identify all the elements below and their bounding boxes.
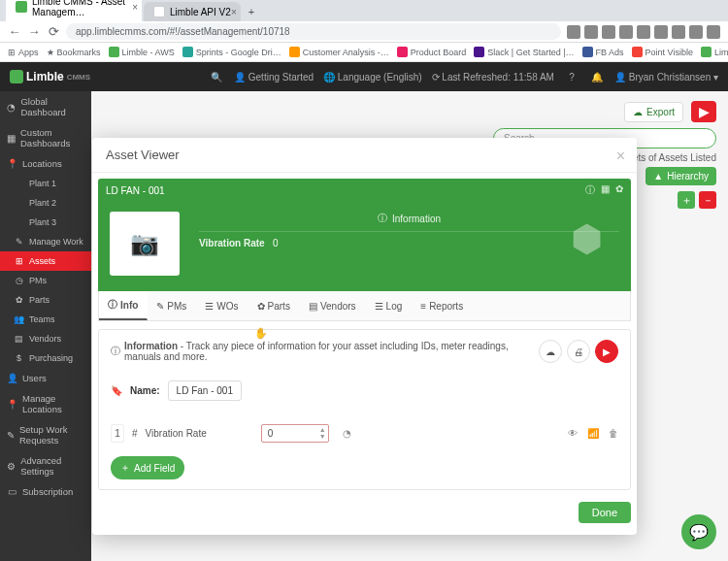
- ext-icon[interactable]: [654, 25, 668, 39]
- sidebar-item-plant-2[interactable]: Plant 2: [0, 193, 91, 213]
- download-icon[interactable]: ☁: [539, 340, 562, 363]
- bell-icon[interactable]: 🔔: [589, 72, 605, 82]
- sidebar-item-purchasing[interactable]: $Purchasing: [0, 348, 91, 368]
- tab-vendors[interactable]: ▤Vendors: [300, 291, 366, 320]
- name-label: Name:: [130, 385, 160, 396]
- sidebar-item-users[interactable]: 👤Users: [0, 368, 91, 388]
- back-icon[interactable]: ←: [8, 24, 21, 39]
- sidebar-item-advanced-settings[interactable]: ⚙Advanced Settings: [0, 450, 91, 481]
- bookmark[interactable]: ⊞ Apps: [8, 48, 39, 57]
- modal-title: Asset Viewer: [106, 148, 180, 162]
- trash-icon[interactable]: 🗑: [609, 428, 618, 439]
- sidebar-item-subscription[interactable]: ▭Subscription: [0, 481, 91, 502]
- ext-icon[interactable]: [619, 25, 633, 39]
- tab-info[interactable]: ⓘInfo: [99, 291, 148, 320]
- bookmark[interactable]: ★ Bookmarks: [47, 48, 101, 57]
- info-icon[interactable]: ⓘ: [585, 183, 595, 197]
- getting-started-link[interactable]: 👤 Getting Started: [234, 72, 314, 82]
- logo[interactable]: LimbleCMMS: [10, 70, 90, 83]
- app-area: LimbleCMMS 🔍 👤 Getting Started 🌐 Languag…: [0, 62, 728, 561]
- expand-all-button[interactable]: ＋: [678, 191, 695, 209]
- browser-tab-2[interactable]: Limble API V2×: [144, 2, 241, 21]
- user-menu[interactable]: 👤 Bryan Christiansen ▾: [614, 72, 718, 82]
- bookmark[interactable]: Sprints - Google Dri…: [182, 47, 281, 57]
- tab-wos[interactable]: ☰WOs: [196, 291, 248, 320]
- sidebar-item-plant-3[interactable]: Plant 3: [0, 213, 91, 232]
- asset-image-placeholder[interactable]: 📷: [110, 212, 180, 276]
- close-icon[interactable]: ×: [231, 7, 237, 17]
- sidebar-item-pms[interactable]: ◷PMs: [0, 271, 91, 290]
- tab-log[interactable]: ☰Log: [366, 291, 413, 320]
- intercom-button[interactable]: 💬: [681, 514, 716, 549]
- sidebar-item-assets[interactable]: ⊞Assets: [0, 251, 91, 271]
- bookmark[interactable]: Limble - AWS: [109, 47, 175, 57]
- field-label: Vibration Rate: [146, 428, 207, 439]
- browser-tab-1[interactable]: Limble CMMS - Asset Managem…×: [6, 0, 142, 21]
- tag-icon: 🔖: [111, 385, 122, 396]
- ext-icon[interactable]: [689, 25, 703, 39]
- sidebar-item-manage-locations[interactable]: 📍Manage Locations: [0, 388, 91, 419]
- bookmark[interactable]: Slack | Get Started |…: [474, 47, 574, 57]
- sidebar-item-teams[interactable]: 👥Teams: [0, 310, 91, 329]
- play-icon[interactable]: ▶: [595, 340, 618, 363]
- search-icon[interactable]: 🔍: [209, 72, 224, 82]
- time-icon[interactable]: ◔: [343, 428, 351, 439]
- print-icon[interactable]: 🖨: [567, 340, 590, 363]
- asset-code: LD FAN - 001: [106, 185, 165, 196]
- tab-parts[interactable]: ✿Parts: [248, 291, 300, 320]
- url-field[interactable]: app.limblecmms.com/#!/assetManagement/10…: [66, 23, 561, 40]
- help-icon[interactable]: ?: [564, 72, 579, 82]
- bookmarks-bar: ⊞ Apps ★ Bookmarks Limble - AWS Sprints …: [0, 43, 728, 62]
- ext-icon[interactable]: [707, 25, 720, 39]
- export-button[interactable]: ☁ Export: [624, 102, 683, 122]
- ext-icon[interactable]: [672, 25, 685, 39]
- done-button[interactable]: Done: [579, 502, 631, 523]
- tab-bar: Limble CMMS - Asset Managem…× Limble API…: [0, 0, 728, 21]
- sidebar-item-plant-1[interactable]: Plant 1: [0, 174, 91, 193]
- close-icon[interactable]: ×: [132, 2, 138, 13]
- sidebar-item-parts[interactable]: ✿Parts: [0, 290, 91, 310]
- bookmark[interactable]: Limble Point Visible: [701, 47, 728, 57]
- asset-tabs: ⓘInfo✎PMs☰WOs✿Parts▤Vendors☰Log≡Reports: [98, 291, 631, 321]
- sidebar-item-locations[interactable]: 📍Locations: [0, 153, 91, 174]
- close-icon[interactable]: ×: [616, 148, 625, 165]
- collapse-all-button[interactable]: －: [699, 191, 716, 209]
- field-index: 1: [111, 424, 124, 443]
- tab-pms[interactable]: ✎PMs: [148, 291, 196, 320]
- last-refreshed: ⟳ Last Refreshed: 11:58 AM: [432, 72, 554, 82]
- add-field-button[interactable]: ＋ Add Field: [111, 456, 184, 479]
- ext-icon[interactable]: [584, 25, 598, 39]
- asset-viewer-modal: Asset Viewer × LD FAN - 001 ⓘ ▦ ✿ 📷 ⓘInf…: [92, 138, 637, 535]
- sidebar-item-setup-work-requests[interactable]: ✎Setup Work Requests: [0, 419, 91, 450]
- hierarchy-button[interactable]: ▲ Hierarchy: [645, 167, 716, 185]
- info-panel: ⓘ Information - Track any piece of infor…: [98, 329, 631, 490]
- spinner-icon[interactable]: ▲▼: [319, 426, 326, 440]
- language-selector[interactable]: 🌐 Language (English): [323, 72, 422, 82]
- ext-icon[interactable]: [567, 25, 580, 39]
- asset-cube-icon: ⬢: [571, 217, 613, 260]
- add-asset-button[interactable]: ▶: [691, 101, 716, 122]
- name-value[interactable]: LD Fan - 001: [168, 380, 242, 401]
- sidebar-item-manage-work[interactable]: ✎Manage Work: [0, 232, 91, 251]
- app-topbar: LimbleCMMS 🔍 👤 Getting Started 🌐 Languag…: [0, 62, 728, 91]
- sidebar-item-vendors[interactable]: ▤Vendors: [0, 329, 91, 348]
- vibration-rate-input[interactable]: 0 ▲▼: [261, 424, 329, 443]
- info-icon: ⓘ: [111, 345, 120, 358]
- gear-icon[interactable]: ✿: [615, 183, 623, 197]
- sidebar-item-custom-dashboards[interactable]: ▦Custom Dashboards: [0, 122, 91, 153]
- new-tab-button[interactable]: +: [243, 2, 260, 21]
- wifi-icon[interactable]: 📶: [587, 428, 599, 439]
- bookmark[interactable]: Product Board: [397, 47, 467, 57]
- ext-icon[interactable]: [637, 25, 650, 39]
- forward-icon[interactable]: →: [27, 24, 41, 39]
- ext-icon[interactable]: [602, 25, 615, 39]
- bookmark[interactable]: Point Visible: [632, 47, 693, 57]
- sidebar-item-global-dashboard[interactable]: ◔Global Dashboard: [0, 91, 91, 122]
- tab-reports[interactable]: ≡Reports: [412, 291, 473, 320]
- bookmark[interactable]: Customer Analysis -…: [289, 47, 389, 57]
- clock-icon[interactable]: ▦: [601, 183, 610, 197]
- eye-icon[interactable]: 👁: [568, 428, 578, 439]
- bookmark[interactable]: FB Ads: [582, 47, 624, 57]
- favicon-icon: [153, 6, 165, 17]
- reload-icon[interactable]: ⟳: [47, 24, 60, 39]
